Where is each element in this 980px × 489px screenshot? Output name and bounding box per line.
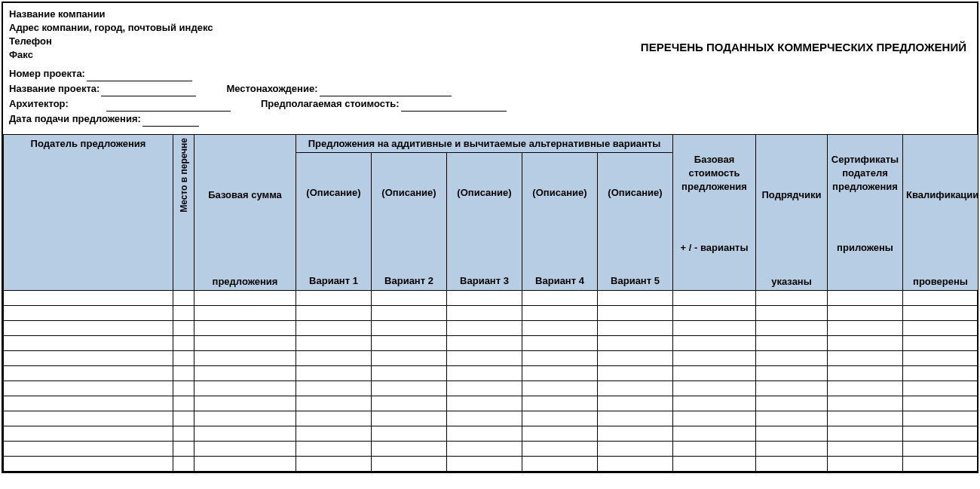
table-cell[interactable] <box>828 457 903 472</box>
table-cell[interactable] <box>296 306 372 321</box>
table-cell[interactable] <box>756 351 828 366</box>
table-cell[interactable] <box>828 366 903 381</box>
table-cell[interactable] <box>194 321 296 336</box>
table-cell[interactable] <box>447 426 522 442</box>
table-cell[interactable] <box>447 381 522 396</box>
table-cell[interactable] <box>296 381 372 396</box>
table-cell[interactable] <box>447 396 522 411</box>
table-cell[interactable] <box>673 396 756 411</box>
table-cell[interactable] <box>903 321 978 336</box>
table-cell[interactable] <box>4 457 173 472</box>
table-cell[interactable] <box>756 457 828 472</box>
table-cell[interactable] <box>522 306 598 321</box>
table-cell[interactable] <box>756 396 828 411</box>
table-cell[interactable] <box>756 336 828 351</box>
table-cell[interactable] <box>296 411 372 426</box>
table-cell[interactable] <box>4 411 173 426</box>
table-cell[interactable] <box>598 457 673 472</box>
table-cell[interactable] <box>372 291 447 306</box>
table-cell[interactable] <box>372 336 447 351</box>
table-cell[interactable] <box>828 442 903 457</box>
table-cell[interactable] <box>828 306 903 321</box>
table-cell[interactable] <box>4 396 173 411</box>
table-cell[interactable] <box>447 457 522 472</box>
table-cell[interactable] <box>296 351 372 366</box>
estimated-cost-field[interactable] <box>401 99 507 112</box>
bid-date-field[interactable] <box>142 115 199 127</box>
table-cell[interactable] <box>447 306 522 321</box>
table-cell[interactable] <box>372 351 447 366</box>
table-cell[interactable] <box>447 291 522 306</box>
table-cell[interactable] <box>4 306 173 321</box>
table-cell[interactable] <box>447 366 522 381</box>
table-cell[interactable] <box>756 366 828 381</box>
table-cell[interactable] <box>4 336 173 351</box>
table-cell[interactable] <box>673 442 756 457</box>
table-cell[interactable] <box>4 366 173 381</box>
table-cell[interactable] <box>903 291 978 306</box>
table-cell[interactable] <box>173 366 194 381</box>
table-cell[interactable] <box>903 336 978 351</box>
table-cell[interactable] <box>598 336 673 351</box>
table-cell[interactable] <box>296 457 372 472</box>
table-cell[interactable] <box>296 336 372 351</box>
table-cell[interactable] <box>756 381 828 396</box>
table-cell[interactable] <box>598 291 673 306</box>
table-cell[interactable] <box>372 457 447 472</box>
table-cell[interactable] <box>194 411 296 426</box>
table-cell[interactable] <box>522 442 598 457</box>
table-cell[interactable] <box>4 321 173 336</box>
table-cell[interactable] <box>673 381 756 396</box>
table-cell[interactable] <box>828 321 903 336</box>
table-cell[interactable] <box>673 291 756 306</box>
table-cell[interactable] <box>522 396 598 411</box>
table-cell[interactable] <box>903 351 978 366</box>
table-cell[interactable] <box>372 442 447 457</box>
table-cell[interactable] <box>756 291 828 306</box>
table-cell[interactable] <box>194 306 296 321</box>
table-cell[interactable] <box>903 442 978 457</box>
table-cell[interactable] <box>372 396 447 411</box>
table-cell[interactable] <box>194 457 296 472</box>
table-cell[interactable] <box>372 321 447 336</box>
table-cell[interactable] <box>828 426 903 442</box>
table-cell[interactable] <box>173 291 194 306</box>
table-cell[interactable] <box>194 396 296 411</box>
table-cell[interactable] <box>522 366 598 381</box>
table-cell[interactable] <box>372 366 447 381</box>
table-cell[interactable] <box>598 381 673 396</box>
table-cell[interactable] <box>447 351 522 366</box>
table-cell[interactable] <box>756 411 828 426</box>
table-cell[interactable] <box>756 426 828 442</box>
table-cell[interactable] <box>173 306 194 321</box>
table-cell[interactable] <box>194 351 296 366</box>
table-cell[interactable] <box>756 321 828 336</box>
table-cell[interactable] <box>296 396 372 411</box>
table-cell[interactable] <box>372 411 447 426</box>
table-cell[interactable] <box>673 426 756 442</box>
table-cell[interactable] <box>194 291 296 306</box>
table-cell[interactable] <box>372 426 447 442</box>
table-cell[interactable] <box>598 411 673 426</box>
table-cell[interactable] <box>296 366 372 381</box>
table-cell[interactable] <box>194 426 296 442</box>
table-cell[interactable] <box>903 396 978 411</box>
table-cell[interactable] <box>522 411 598 426</box>
table-cell[interactable] <box>173 351 194 366</box>
table-cell[interactable] <box>173 411 194 426</box>
table-cell[interactable] <box>173 457 194 472</box>
table-cell[interactable] <box>828 351 903 366</box>
table-cell[interactable] <box>447 336 522 351</box>
table-cell[interactable] <box>903 411 978 426</box>
table-cell[interactable] <box>173 426 194 442</box>
table-cell[interactable] <box>598 306 673 321</box>
table-cell[interactable] <box>673 457 756 472</box>
table-cell[interactable] <box>296 442 372 457</box>
table-cell[interactable] <box>903 366 978 381</box>
table-cell[interactable] <box>194 336 296 351</box>
table-cell[interactable] <box>598 426 673 442</box>
table-cell[interactable] <box>522 457 598 472</box>
architect-field[interactable] <box>106 99 231 112</box>
table-cell[interactable] <box>903 381 978 396</box>
table-cell[interactable] <box>903 426 978 442</box>
